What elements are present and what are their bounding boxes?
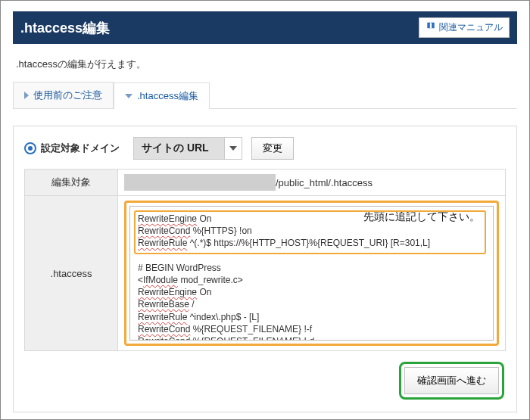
app-viewport: .htaccess編集 関連マニュアル .htaccessの編集が行えます。 使… <box>0 0 530 420</box>
page-title: .htaccess編集 <box>20 19 110 37</box>
table-row: 編集対象 /public_html/.htaccess <box>25 170 506 196</box>
confirm-button[interactable]: 確認画面へ進む <box>404 367 499 394</box>
tab-precautions-label: 使用前のご注意 <box>33 89 102 102</box>
htaccess-textarea[interactable]: RewriteEngine On RewriteCond %{HTTPS} !o… <box>129 206 494 341</box>
domain-label: 設定対象ドメイン <box>41 142 120 155</box>
edit-target-path: /public_html/.htaccess <box>276 177 373 188</box>
settings-panel: 設定対象ドメイン サイトの URL 変更 編集対象 /public_html/.… <box>13 126 517 412</box>
redacted-domain-bar <box>124 174 276 191</box>
editor-highlight-frame: 先頭に追記して下さい。 RewriteEngine On RewriteCond… <box>124 201 499 346</box>
chevron-down-icon <box>125 94 132 98</box>
confirm-highlight-ring: 確認画面へ進む <box>399 362 504 400</box>
tab-htaccess-edit[interactable]: .htaccess編集 <box>114 82 210 109</box>
tab-htaccess-edit-label: .htaccess編集 <box>137 89 198 103</box>
radio-selected-icon <box>24 142 36 154</box>
edit-target-cell: /public_html/.htaccess <box>118 170 506 196</box>
domain-row: 設定対象ドメイン サイトの URL 変更 <box>24 137 506 160</box>
footer: 確認画面へ進む <box>24 351 506 412</box>
related-manual-button[interactable]: 関連マニュアル <box>419 17 510 38</box>
table-row: .htaccess 先頭に追記して下さい。 RewriteEngine On R… <box>25 196 506 351</box>
related-manual-label: 関連マニュアル <box>439 21 503 34</box>
book-icon <box>426 21 436 34</box>
tab-precautions[interactable]: 使用前のご注意 <box>13 82 114 108</box>
htaccess-cell: 先頭に追記して下さい。 RewriteEngine On RewriteCond… <box>118 196 506 351</box>
domain-select-value: サイトの URL <box>133 137 225 160</box>
change-domain-button[interactable]: 変更 <box>251 137 294 160</box>
tabs: 使用前のご注意 .htaccess編集 <box>13 82 517 109</box>
page-description: .htaccessの編集が行えます。 <box>16 58 514 71</box>
settings-table: 編集対象 /public_html/.htaccess .htaccess 先頭… <box>24 169 506 351</box>
caret-down-icon <box>229 146 237 151</box>
titlebar: .htaccess編集 関連マニュアル <box>13 11 517 44</box>
edit-target-label: 編集対象 <box>25 170 118 196</box>
chevron-right-icon <box>24 92 29 99</box>
domain-select-arrow[interactable] <box>225 137 242 160</box>
htaccess-label: .htaccess <box>25 196 118 351</box>
domain-select[interactable]: サイトの URL <box>133 137 242 160</box>
